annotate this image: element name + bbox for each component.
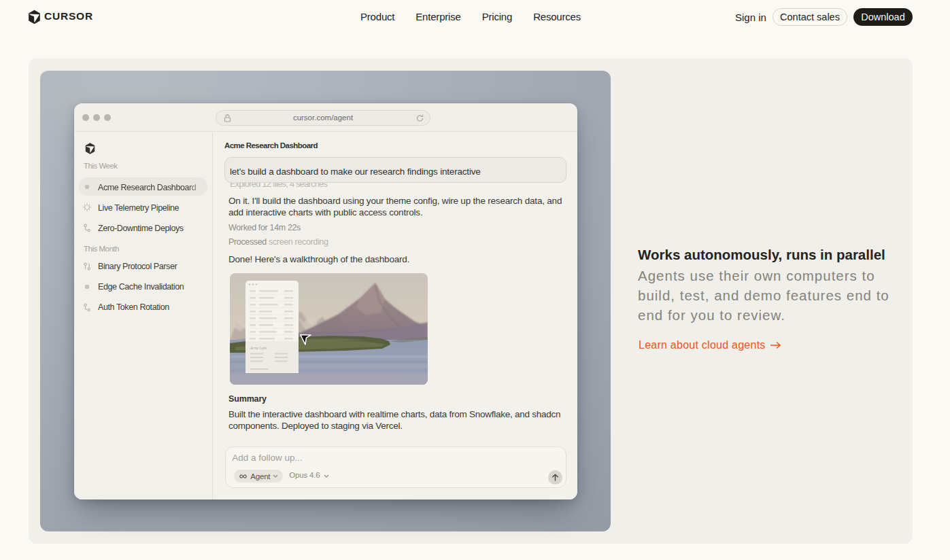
svg-text:Acme Labs: Acme Labs: [250, 346, 267, 350]
